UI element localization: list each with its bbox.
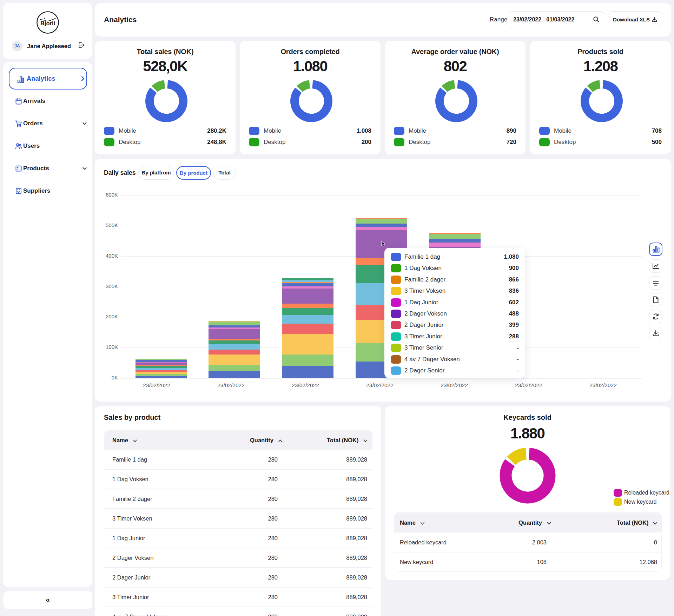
svg-text:Bjorli: Bjorli	[40, 20, 55, 26]
